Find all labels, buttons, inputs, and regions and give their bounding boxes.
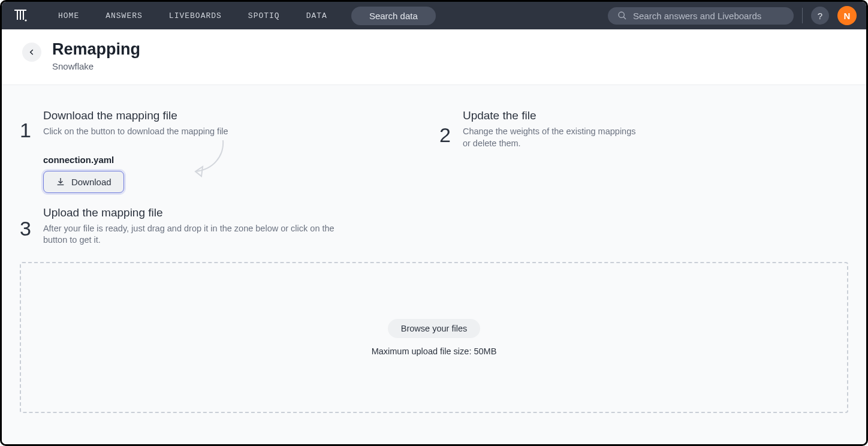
page-title: Remapping	[52, 40, 140, 59]
step-2: 2 Update the file Change the weights of …	[439, 109, 751, 193]
search-icon	[617, 11, 627, 20]
logo-icon	[13, 8, 28, 23]
nav-items: HOME ANSWERS LIVEBOARDS SPOTIQ DATA	[58, 11, 327, 20]
nav-liveboards[interactable]: LIVEBOARDS	[169, 11, 222, 20]
help-button[interactable]: ?	[811, 7, 829, 25]
step-1: 1 Download the mapping file Click on the…	[20, 109, 403, 193]
step-2-title: Update the file	[463, 109, 643, 122]
svg-point-4	[25, 19, 26, 21]
step-2-content: Update the file Change the weights of th…	[463, 109, 643, 149]
chevron-left-icon	[28, 48, 36, 56]
nav-right: ? N	[608, 6, 857, 25]
step-3-desc: After your file is ready, just drag and …	[43, 223, 355, 246]
nav-divider	[802, 8, 803, 23]
step-2-number: 2	[439, 125, 451, 145]
global-search[interactable]	[608, 7, 794, 25]
step-3: 3 Upload the mapping file After your fil…	[20, 206, 848, 246]
nav-answers[interactable]: ANSWERS	[106, 11, 143, 20]
step-3-title: Upload the mapping file	[43, 206, 355, 219]
browse-files-button[interactable]: Browse your files	[388, 319, 480, 338]
nav-home[interactable]: HOME	[58, 11, 79, 20]
page-title-block: Remapping Snowflake	[52, 40, 140, 71]
download-button[interactable]: Download	[43, 171, 124, 193]
app-frame: HOME ANSWERS LIVEBOARDS SPOTIQ DATA Sear…	[0, 0, 868, 446]
search-data-button[interactable]: Search data	[351, 7, 436, 25]
nav-data[interactable]: DATA	[306, 11, 327, 20]
steps-row: 1 Download the mapping file Click on the…	[20, 109, 848, 193]
svg-line-6	[623, 17, 626, 19]
back-button[interactable]	[22, 43, 41, 62]
upload-dropzone[interactable]: Browse your files Maximum upload file si…	[20, 262, 848, 413]
global-search-input[interactable]	[633, 11, 784, 21]
user-avatar[interactable]: N	[837, 6, 857, 25]
page-body: 1 Download the mapping file Click on the…	[2, 85, 866, 444]
step-3-number: 3	[20, 218, 31, 239]
page-subtitle: Snowflake	[52, 61, 140, 71]
file-block: connection.yaml Download	[43, 155, 228, 193]
step-1-title: Download the mapping file	[43, 109, 228, 122]
step-1-number: 1	[20, 120, 31, 140]
top-nav: HOME ANSWERS LIVEBOARDS SPOTIQ DATA Sear…	[2, 2, 866, 29]
step-1-content: Download the mapping file Click on the b…	[43, 109, 228, 193]
max-upload-size: Maximum upload file size: 50MB	[372, 346, 497, 356]
step-3-content: Upload the mapping file After your file …	[43, 206, 355, 246]
step-2-desc: Change the weights of the existing mappi…	[463, 126, 643, 149]
page-header: Remapping Snowflake	[2, 29, 866, 85]
download-icon	[56, 177, 65, 186]
nav-spotiq[interactable]: SPOTIQ	[248, 11, 280, 20]
svg-marker-7	[195, 167, 203, 176]
logo[interactable]	[11, 7, 29, 25]
file-name: connection.yaml	[43, 155, 228, 165]
step-1-desc: Click on the button to download the mapp…	[43, 126, 228, 138]
svg-point-5	[619, 12, 624, 17]
download-button-label: Download	[71, 177, 111, 187]
